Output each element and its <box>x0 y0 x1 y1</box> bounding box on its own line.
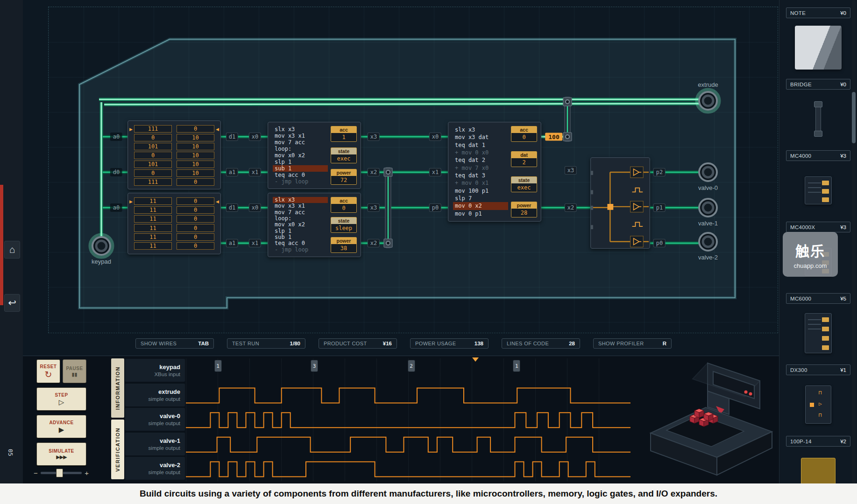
part-price: ¥0 <box>840 10 846 16</box>
code-line: sub 1 <box>273 234 328 240</box>
part-bridge[interactable]: BRIDGE¥0 <box>779 79 857 150</box>
sim-speed-slider[interactable]: − + <box>34 468 89 478</box>
dip-pin <box>822 462 830 467</box>
code-line: teq dat 1 <box>453 141 508 149</box>
dip-pin <box>822 477 830 483</box>
rom-cell[interactable]: 101 <box>134 161 172 168</box>
rom-cell[interactable]: 0 <box>177 215 214 223</box>
pause-button[interactable]: PAUSE ▮▮ <box>63 359 86 383</box>
rom-cell[interactable]: 0 <box>177 197 214 205</box>
rom-cell[interactable]: 0 <box>177 178 214 186</box>
register-name: power <box>331 238 356 244</box>
status-value: TAB <box>198 341 209 346</box>
part-price: ¥3 <box>840 153 846 159</box>
status-show-wires[interactable]: SHOW WIRESTAB <box>135 338 214 349</box>
simulate-button[interactable]: SIMULATE ▶▶▶ <box>36 442 86 466</box>
code-line: loop: <box>273 216 328 222</box>
tab-verification[interactable]: VERIFICATION <box>111 420 124 479</box>
microcontroller-mc6000[interactable]: slx x3mov x3 datteq dat 1+ mov 0 x0teq d… <box>448 122 541 222</box>
status-test-run[interactable]: TEST RUN1/80 <box>227 338 305 349</box>
part-name: NOTE <box>790 10 806 16</box>
rom-cell[interactable]: 111 <box>134 125 172 133</box>
rom-cell[interactable]: 0 <box>177 233 214 241</box>
register-value: exec <box>511 183 537 192</box>
step-button[interactable]: STEP ▷ <box>36 387 86 411</box>
status-lines-of-code[interactable]: LINES OF CODE28 <box>502 338 580 349</box>
dip-pin <box>822 469 830 475</box>
undo-button[interactable]: ↩ <box>4 294 20 312</box>
signal-label-valve-1: valve-1simple output <box>125 433 185 455</box>
rom-cell[interactable]: 10 <box>177 134 214 141</box>
timeline-marker[interactable] <box>472 357 479 362</box>
rom-cell[interactable]: 0 <box>134 169 172 177</box>
part-thumbnail <box>779 304 857 363</box>
reset-button[interactable]: RESET ↻ <box>36 359 60 383</box>
signal-label-valve-2: valve-2simple output <box>125 457 185 480</box>
part-note[interactable]: NOTE¥0 <box>779 7 857 79</box>
rom-cell[interactable]: 10 <box>177 161 214 168</box>
pin-label-p0: p0 <box>429 203 441 212</box>
rom-cell[interactable]: 10 <box>177 143 214 150</box>
rom-cell[interactable]: 0 <box>134 152 172 159</box>
part-thumbnail <box>779 447 857 483</box>
part-price: ¥2 <box>840 439 846 444</box>
io-expander-chip[interactable] <box>590 157 650 249</box>
rom-cell[interactable]: 0 <box>134 134 172 141</box>
part-mc6000[interactable]: MC6000¥5 <box>779 293 857 364</box>
register-state: statesleep <box>331 217 357 233</box>
scrollbar-thumb[interactable] <box>852 92 856 143</box>
microcontroller-mc4000-b[interactable]: slx x3mov x3 x1mov 7 accloop:mov x0 x2sl… <box>268 193 361 257</box>
tab-information[interactable]: INFORMATION <box>111 358 124 418</box>
part-name: DX300 <box>790 367 807 373</box>
rom-cell[interactable]: 10 <box>177 169 214 177</box>
code-editor[interactable]: slx x3mov x3 x1mov 7 accloop:mov x0 x2sl… <box>273 197 328 253</box>
pin-label-x2: x2 <box>368 168 380 176</box>
rom-cell[interactable]: 0 <box>177 206 214 214</box>
speed-minus[interactable]: − <box>34 469 38 476</box>
rom-cell[interactable]: 10 <box>177 152 214 159</box>
register-value: sleep <box>331 224 356 232</box>
input-value-tag: 2 <box>408 360 415 371</box>
rom-cell[interactable]: 11 <box>134 233 172 241</box>
code-line: + mov 7 x0 <box>453 164 508 172</box>
part-header: MC4000¥3 <box>786 150 850 161</box>
part-mc4000[interactable]: MC4000¥3 <box>779 150 857 222</box>
step-label: STEP <box>55 392 68 398</box>
part-100p-14[interactable]: 100P-14¥2 <box>779 436 857 483</box>
rom-chip-rom-2[interactable]: 110110110110110110▶◀ <box>127 193 221 254</box>
rom-cell[interactable]: 11 <box>134 206 172 214</box>
signal-labels: keypadXBus inputextrudesimple outputvalv… <box>125 358 185 481</box>
code-line: mov x0 x2 <box>273 222 328 228</box>
speed-track[interactable] <box>41 472 82 474</box>
speed-plus[interactable]: + <box>85 469 89 476</box>
rom-cell[interactable]: 111 <box>134 178 172 186</box>
rom-chip-rom-1[interactable]: 111001010110010101100101110▶◀ <box>127 120 221 189</box>
sidebar-scrollbar[interactable] <box>852 0 856 483</box>
speed-handle[interactable] <box>56 469 63 477</box>
code-line: teq acc 0 <box>273 240 328 246</box>
code-line: mov 7 acc <box>273 210 328 216</box>
rom-cell[interactable]: 101 <box>134 143 172 150</box>
pin-label-d1: d1 <box>226 133 238 141</box>
part-header: MC6000¥5 <box>786 293 850 304</box>
simulate-icon: ▶▶▶ <box>56 455 66 460</box>
shenzhen-io-window: keypadextrudevalve-0valve-1valve-2a0d0a0… <box>0 0 857 504</box>
code-editor[interactable]: slx x3mov x3 datteq dat 1+ mov 0 x0teq d… <box>453 126 508 217</box>
home-button[interactable]: ⌂ <box>4 241 20 259</box>
microcontroller-mc4000-a[interactable]: slx x3mov x3 x1mov 7 accloop:mov x0 x2sl… <box>268 122 361 189</box>
bridge-pad <box>814 131 822 137</box>
rom-cell[interactable]: 0 <box>177 224 214 231</box>
status-product-cost[interactable]: PRODUCT COST¥16 <box>319 338 397 349</box>
rom-cell[interactable]: 0 <box>177 242 214 250</box>
code-editor[interactable]: slx x3mov x3 x1mov 7 accloop:mov x0 x2sl… <box>273 126 328 185</box>
status-power-usage[interactable]: POWER USAGE138 <box>410 338 489 349</box>
advance-button[interactable]: ADVANCE ▶ <box>36 415 86 438</box>
rom-cell[interactable]: 0 <box>177 125 214 133</box>
status-show-profiler[interactable]: SHOW PROFILERR <box>593 338 672 349</box>
rom-cell[interactable]: 11 <box>134 197 172 205</box>
rom-cell[interactable]: 11 <box>134 224 172 231</box>
part-dx300[interactable]: DX300¥1⊓▷⊓ <box>779 364 857 436</box>
rom-address-marker-right: ◀ <box>216 199 219 204</box>
rom-cell[interactable]: 11 <box>134 215 172 223</box>
rom-cell[interactable]: 11 <box>134 242 172 250</box>
